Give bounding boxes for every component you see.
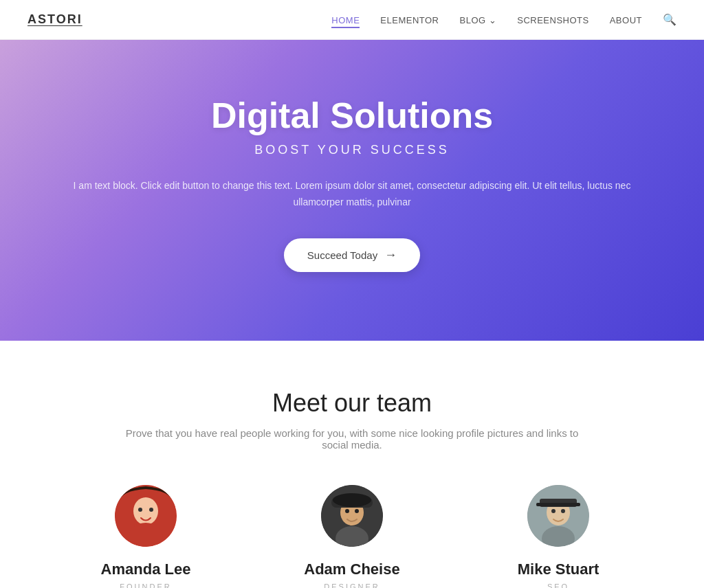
team-section-subtitle: Prove that you have real people working … (111, 427, 593, 451)
team-section: Meet our team Prove that you have real p… (0, 341, 704, 588)
team-grid: Amanda Lee FOUNDER I am text block. Clic… (28, 485, 676, 588)
team-role-mike: SEO (547, 583, 569, 588)
avatar-mike (527, 485, 589, 547)
nav-link-about[interactable]: ABOUT (610, 15, 642, 25)
nav-item-blog[interactable]: BLOG ⌄ (459, 14, 496, 26)
team-name-adam: Adam Cheise (304, 561, 399, 578)
svg-point-16 (561, 509, 565, 513)
svg-rect-18 (536, 503, 580, 506)
nav-menu: HOME ELEMENTOR BLOG ⌄ SCREENSHOTS ABOUT … (331, 13, 676, 26)
team-name-amanda: Amanda Lee (101, 561, 191, 578)
avatar-amanda (115, 485, 177, 547)
nav-search[interactable]: 🔍 (663, 13, 676, 26)
nav-link-screenshots[interactable]: SCREENSHOTS (517, 15, 588, 25)
team-role-amanda: FOUNDER (120, 583, 171, 588)
hero-section: Digital Solutions BOOST YOUR SUCCESS I a… (0, 40, 704, 341)
hero-description: I am text block. Click edit button to ch… (56, 178, 648, 211)
nav-item-home[interactable]: HOME (331, 14, 360, 26)
nav-link-blog[interactable]: BLOG ⌄ (459, 15, 496, 25)
nav-item-elementor[interactable]: ELEMENTOR (380, 14, 439, 26)
avatar-adam (321, 485, 383, 547)
svg-point-15 (551, 509, 556, 513)
svg-point-4 (149, 508, 153, 512)
svg-point-11 (333, 493, 371, 507)
hero-cta-button[interactable]: Succeed Today → (284, 238, 420, 272)
hero-cta-label: Succeed Today (307, 249, 377, 261)
team-section-title: Meet our team (28, 389, 676, 418)
team-role-adam: DESIGNER (324, 583, 380, 588)
arrow-icon: → (384, 248, 397, 262)
search-icon[interactable]: 🔍 (663, 14, 676, 25)
team-card-amanda: Amanda Lee FOUNDER I am text block. Clic… (56, 485, 235, 588)
hero-title: Digital Solutions (28, 95, 676, 136)
hero-subtitle: BOOST YOUR SUCCESS (28, 143, 676, 157)
svg-point-3 (138, 508, 142, 512)
nav-item-screenshots[interactable]: SCREENSHOTS (517, 14, 588, 26)
team-card-mike: Mike Stuart SEO I am text block. Click e… (469, 485, 648, 588)
nav-link-home[interactable]: HOME (331, 15, 360, 28)
team-name-mike: Mike Stuart (518, 561, 600, 578)
navbar: ASTORI HOME ELEMENTOR BLOG ⌄ SCREENSHOTS… (0, 0, 704, 40)
nav-item-about[interactable]: ABOUT (610, 14, 642, 26)
nav-link-elementor[interactable]: ELEMENTOR (380, 15, 439, 25)
svg-point-8 (345, 509, 349, 513)
team-card-adam: Adam Cheise DESIGNER I am text block. Cl… (263, 485, 441, 588)
site-logo[interactable]: ASTORI (28, 12, 82, 27)
svg-point-9 (355, 509, 359, 513)
